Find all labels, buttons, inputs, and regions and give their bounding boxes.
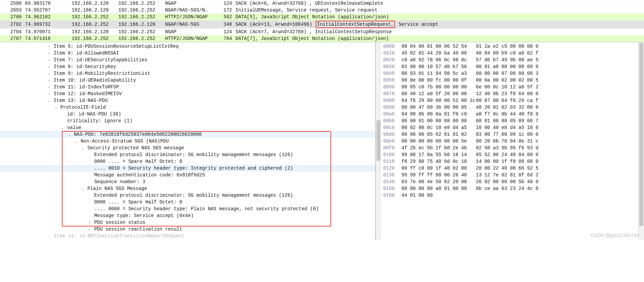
tree-node[interactable]: › Item 14: id-RRCInactiveTransitionRepor… — [0, 233, 375, 239]
tree-label: id: id-NAS-PDU (38) — [67, 111, 121, 117]
chevron-down-icon[interactable]: ⌄ — [61, 125, 64, 132]
hex-row[interactable]: 00b086 00 01 00 00 88 00 0800 01 00 80 0… — [383, 117, 636, 124]
hex-row[interactable]: 00a004 00 8b 00 0a 01 f0 c0a8 f7 0c 0b 4… — [383, 111, 636, 117]
hex-row[interactable]: 003003 00 00 10 57 d0 b7 5600 01 a0 00 0… — [383, 63, 636, 70]
hex-row[interactable]: 008064 f6 29 00 00 00 51 00 1c00 07 00 6… — [383, 97, 636, 104]
chevron-right-icon[interactable]: › — [47, 71, 51, 78]
hex-row[interactable]: 009000 00 47 00 3b 00 00 0540 20 01 02 0… — [383, 104, 636, 111]
tree-node[interactable]: › Item 9: id-MobilityRestrictionList — [0, 70, 375, 77]
hex-row[interactable]: 0110f6 29 00 75 40 0d 0c 1014 00 00 1f f… — [383, 158, 636, 165]
chevron-right-icon[interactable]: › — [47, 78, 51, 84]
hex-row[interactable]: 014003 7e 00 4e 50 02 20 0026 02 00 00 0… — [383, 178, 636, 185]
chevron-right-icon[interactable]: › — [47, 91, 51, 98]
chevron-right-icon[interactable]: › — [47, 84, 51, 91]
tree-node[interactable]: .... 0000 = Security header type: Plain … — [0, 205, 375, 212]
cell: 2693 — [0, 7, 24, 14]
tree-node[interactable]: ⌄ Security protected NAS 5GS message — [0, 145, 375, 151]
info-cell: DATA[5], JavaScript Object Notation (app… — [234, 14, 644, 20]
hex-bytes: 14 00 00 1f f8 00 00 0 — [476, 158, 547, 165]
chevron-right-icon[interactable]: › — [47, 44, 51, 50]
packet-row[interactable]: 270074.962182192.166.2.252192.166.2.252H… — [0, 14, 644, 20]
hex-offset: 00a0 — [383, 111, 401, 117]
hex-bytes: 12 40 0b 23 f8 64 00 0 — [476, 90, 547, 97]
hex-row[interactable]: 00c000 82 00 0c 10 e8 d4 a510 00 40 e8 d… — [383, 124, 636, 131]
hex-view[interactable]: 000000 04 00 01 00 06 52 5491 2a e2 c5 0… — [381, 42, 638, 240]
packet-tree[interactable]: › Item 5: id-PDUSessionResourceSetupList… — [0, 42, 375, 240]
tree-node[interactable]: criticality: ignore (1) — [0, 117, 375, 124]
tree-node[interactable]: › Item 8: id-SecurityKey — [0, 63, 375, 70]
chevron-down-icon[interactable]: ⌄ — [74, 138, 78, 145]
chevron-down-icon[interactable]: ⌄ — [54, 105, 58, 111]
hex-bytes: 03 00 00 10 57 d0 b7 56 — [401, 63, 476, 70]
tree-spacer — [88, 179, 91, 186]
tree-scrollbar[interactable] — [375, 42, 381, 240]
tree-node[interactable]: ⌄ ProtocolIE-Field — [0, 104, 375, 111]
hex-row[interactable]: 001045 02 01 44 28 ba 40 0040 84 89 b9 c… — [383, 50, 636, 57]
hex-row[interactable]: 00f04f 2b ec 5b 1f b0 2e 4b02 58 a3 9b 9… — [383, 145, 636, 151]
hex-row[interactable]: 013099 99 ff ff 00 00 26 4013 12 7e 02 8… — [383, 172, 636, 178]
tree-node[interactable]: ⌄ Non-Access-Stratum 5GS (NAS)PDU — [0, 138, 375, 145]
packet-row[interactable]: 258069.983170192.166.2.120192.166.2.252N… — [0, 0, 644, 7]
tree-node[interactable]: › Item 6: id-AllowedNSSAI — [0, 50, 375, 57]
hex-bytes: 00 00 00 00 00 00 00 5e — [401, 138, 476, 145]
tree-node[interactable]: Extended protocol discriminator: 5G mobi… — [0, 151, 375, 158]
tree-node[interactable]: › PDU session reactivation result — [0, 226, 375, 233]
tree-node[interactable]: .... 0010 = Security header type: Integr… — [0, 165, 375, 172]
hex-row[interactable]: 00e000 00 00 00 00 00 00 5e00 20 6b 76 0… — [383, 138, 636, 145]
cell: 124 — [217, 0, 234, 7]
chevron-right-icon[interactable]: › — [88, 220, 91, 226]
packet-list[interactable]: 258069.983170192.166.2.120192.166.2.252N… — [0, 0, 644, 42]
tree-node[interactable]: › PDU session status — [0, 219, 375, 226]
chevron-right-icon[interactable]: › — [88, 226, 91, 233]
tree-node[interactable]: Extended protocol discriminator: 5G mobi… — [0, 192, 375, 199]
chevron-right-icon[interactable]: › — [47, 50, 51, 57]
tree-node[interactable]: ⌄ value — [0, 124, 375, 131]
tree-node[interactable]: › Item 5: id-PDUSessionResourceSetupList… — [0, 43, 375, 50]
hex-scrollbar[interactable] — [638, 42, 644, 240]
tree-node[interactable]: Sequence number: 3 — [0, 178, 375, 185]
tree-node[interactable]: › Item 11: id-IndexToRFSP — [0, 84, 375, 90]
hex-row[interactable]: 0020c0 a6 02 78 96 0c 96 0c57 d0 b7 49 9… — [383, 57, 636, 63]
hex-row[interactable]: 00d000 00 00 05 02 01 01 0203 00 77 00 0… — [383, 131, 636, 138]
tree-node[interactable]: Message authentication code: 0x818f6d25 — [0, 172, 375, 178]
chevron-right-icon[interactable]: › — [47, 233, 51, 240]
tree-node[interactable]: ⌄ Item 13: id-NAS-PDU — [0, 97, 375, 104]
chevron-down-icon[interactable]: ⌄ — [81, 145, 85, 152]
tree-node[interactable]: › Item 7: id-UESecurityCapabilities — [0, 57, 375, 63]
hex-bytes: 00 03 01 11 94 98 5c a3 — [401, 70, 476, 77]
cell: 192.166.2.252 — [70, 20, 117, 28]
tree-node[interactable]: 0000 .... = Spare Half Octet: 0 — [0, 158, 375, 165]
tree-node[interactable]: › Item 10: id-UERadioCapability — [0, 77, 375, 84]
hex-row[interactable]: 010099 88 17 8a 55 b6 18 1485 52 00 24 4… — [383, 151, 636, 158]
tree-node[interactable]: 0000 .... = Spare Half Octet: 0 — [0, 199, 375, 205]
tree-node[interactable]: ⌄ NAS-PDU: 7e02818f6d25037e004e500220002… — [0, 131, 375, 138]
hex-row[interactable]: 012000 ff c0 00 1f 40 02 0020 00 22 40 0… — [383, 165, 636, 172]
tree-node[interactable]: id: id-NAS-PDU (38) — [0, 111, 375, 117]
info-cell: SACK (Ack=6, Arwnd=32768) , UEContextRel… — [234, 0, 644, 7]
hex-row[interactable]: 015000 00 00 00 a8 01 00 008b ce aa 63 2… — [383, 185, 636, 192]
tree-node[interactable]: Message type: Service accept (0x4e) — [0, 212, 375, 219]
tree-label: Item 6: id-AllowedNSSAI — [53, 50, 119, 56]
packet-row[interactable]: 270474.970071192.166.2.120192.166.2.252N… — [0, 28, 644, 35]
chevron-down-icon[interactable]: ⌄ — [81, 186, 85, 193]
hex-bytes: 00 01 00 80 05 09 00 7 — [476, 117, 547, 124]
tree-spacer — [88, 206, 91, 213]
chevron-right-icon[interactable]: › — [47, 64, 51, 71]
hex-row[interactable]: 005000 0e 00 80 fc 00 00 0f00 0a 00 02 0… — [383, 77, 636, 84]
hex-offset: 0070 — [383, 90, 401, 97]
packet-row[interactable]: 269374.952787192.166.2.120192.166.2.252N… — [0, 7, 644, 14]
hex-row[interactable]: 006000 05 c0 7b 00 00 00 006e 00 0c 10 1… — [383, 84, 636, 90]
tree-node[interactable]: › Item 12: id-MaskedIMEISV — [0, 90, 375, 97]
hex-row[interactable]: 004000 03 01 11 94 98 5c a300 00 00 07 0… — [383, 70, 636, 77]
chevron-right-icon[interactable]: › — [47, 57, 51, 64]
hex-row[interactable]: 007000 40 12 a0 5f 20 00 0012 40 0b 23 f… — [383, 90, 636, 97]
packet-row[interactable]: 270774.971416192.166.2.252192.166.2.252H… — [0, 35, 644, 42]
packet-row[interactable]: 270274.969732192.166.2.252192.166.2.120N… — [0, 20, 644, 28]
tree-node[interactable]: ⌄ Plain NAS 5GS Message — [0, 185, 375, 192]
hex-row[interactable]: 000000 04 00 01 00 06 52 5491 2a e2 c5 0… — [383, 43, 636, 50]
cell: 192.166.2.120 — [70, 28, 117, 35]
chevron-down-icon[interactable]: ⌄ — [68, 132, 71, 138]
hex-row[interactable]: 016044 01 00 00 — [383, 192, 636, 199]
hex-bytes: c0 a6 02 78 96 0c 96 0c — [401, 57, 476, 63]
chevron-down-icon[interactable]: ⌄ — [47, 98, 51, 105]
